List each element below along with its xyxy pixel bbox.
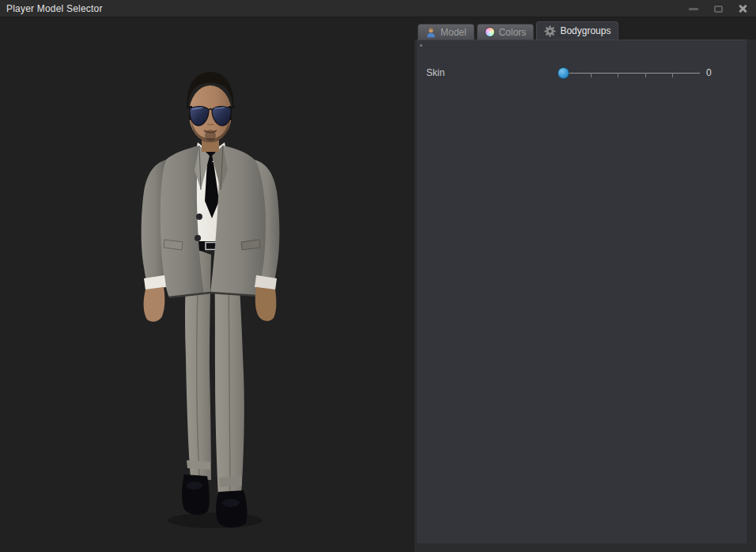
minimize-button[interactable] (686, 2, 701, 15)
head (187, 72, 234, 152)
slider-tick (591, 73, 592, 78)
settings-column: Model Colors (414, 17, 756, 552)
tab-strip: Model Colors (414, 17, 756, 40)
skin-slider-value[interactable]: 0 (706, 67, 712, 78)
model-viewport[interactable] (0, 17, 414, 552)
panel-corner-dot (420, 44, 422, 47)
skin-slider-knob[interactable] (558, 67, 569, 79)
slider-tick (672, 73, 673, 78)
color-wheel-icon (485, 27, 495, 37)
gear-icon (544, 25, 556, 37)
window-controls (686, 0, 750, 17)
person-icon (425, 27, 437, 38)
close-icon (738, 4, 747, 13)
skin-slider-label: Skin (426, 67, 444, 78)
titlebar: Player Model Selector (0, 0, 756, 17)
skin-slider-track[interactable] (563, 73, 700, 74)
window-title: Player Model Selector (0, 3, 103, 14)
tab-model[interactable]: Model (418, 24, 474, 40)
tab-model-label: Model (440, 27, 467, 38)
panel-frame: Skin 0 (414, 40, 756, 552)
close-button[interactable] (735, 2, 750, 15)
slider-tick (645, 73, 646, 78)
maximize-icon (714, 6, 723, 13)
player-model-preview (0, 17, 414, 552)
tab-colors-label: Colors (499, 27, 527, 38)
tab-colors[interactable]: Colors (477, 24, 535, 40)
maximize-button[interactable] (711, 2, 725, 15)
minimize-icon (689, 8, 698, 10)
window-content: Model Colors (0, 17, 756, 552)
skin-slider-row: Skin 0 (417, 62, 747, 83)
slider-tick (618, 73, 618, 78)
tab-bodygroups[interactable]: Bodygroups (536, 21, 618, 40)
bodygroups-panel: Skin 0 (417, 40, 747, 543)
character-figure (142, 72, 280, 528)
skin-slider[interactable] (558, 62, 716, 83)
player-model-selector-window: Player Model Selector (0, 0, 756, 552)
tab-bodygroups-label: Bodygroups (560, 25, 610, 36)
